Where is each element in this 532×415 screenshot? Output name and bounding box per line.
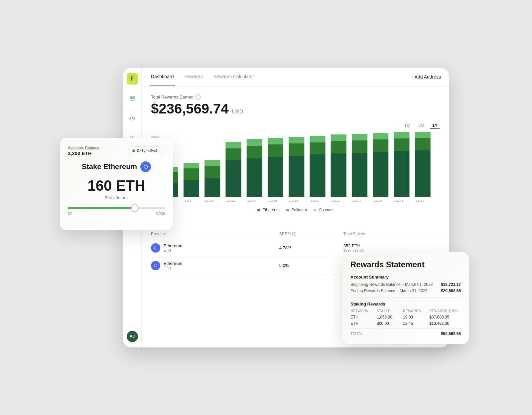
protocol-cell-1: ⬡ Ethereum ETH	[151, 243, 279, 253]
svg-rect-22	[247, 139, 262, 146]
legend-cosmos: Cosmos	[314, 208, 333, 212]
svg-rect-30	[310, 142, 325, 154]
stack-icon[interactable]	[126, 93, 138, 104]
activity-title: Activity	[151, 219, 440, 225]
validators-label: 5 Validators	[68, 195, 165, 200]
rewards-title: Rewards Statement	[350, 260, 461, 269]
svg-rect-12	[184, 168, 199, 180]
svg-rect-29	[310, 154, 325, 197]
svg-rect-41	[394, 151, 409, 197]
eth-badge: ⬡	[140, 161, 151, 172]
svg-rect-35	[352, 153, 367, 197]
filter-1y[interactable]: 1Y	[430, 122, 440, 129]
chart-legend: Ethereum Polkadot Cosmos	[151, 208, 440, 212]
svg-rect-19	[225, 142, 241, 148]
svg-rect-24	[268, 144, 283, 157]
tab-dashboard[interactable]: Dashboard	[150, 68, 175, 87]
svg-rect-25	[268, 138, 283, 144]
divider	[350, 297, 461, 298]
time-filters: 1M 6M 1Y	[151, 122, 440, 129]
svg-rect-31	[310, 136, 325, 142]
svg-rect-15	[204, 166, 220, 178]
svg-rect-16	[204, 160, 220, 166]
svg-text:11/26: 11/26	[373, 199, 382, 202]
info-icon[interactable]: i	[196, 95, 200, 100]
svg-rect-38	[373, 152, 388, 197]
svg-rect-42	[394, 138, 409, 151]
tab-rewards[interactable]: Rewards	[183, 68, 204, 87]
svg-rect-18	[225, 148, 241, 160]
svg-text:11/20: 11/20	[310, 199, 320, 202]
svg-text:11/18: 11/18	[289, 199, 298, 202]
filter-6m[interactable]: 6M	[416, 122, 426, 129]
top-nav: Dashboard Rewards Rewards Calculator + A…	[142, 68, 449, 87]
svg-text:11/8: 11/8	[184, 199, 192, 202]
staking-rewards-title: Staking Rewards	[350, 302, 461, 307]
address-badge[interactable]: 0z1y2×3w4...	[128, 146, 165, 155]
svg-rect-23	[268, 157, 283, 197]
stake-title: Stake Ethereum ⬡	[68, 161, 165, 172]
svg-rect-46	[415, 132, 431, 138]
staking-total: TOTAL $50,562.65	[350, 328, 461, 336]
svg-text:11/28: 11/28	[394, 199, 404, 202]
srr-info-icon[interactable]: i	[292, 232, 296, 236]
total-currency: USD	[232, 109, 243, 115]
svg-text:11/16: 11/16	[268, 199, 277, 202]
rewards-row-beginning: Beginning Rewards Balance – March 01, 20…	[350, 282, 461, 287]
avatar[interactable]: AJ	[127, 331, 138, 342]
svg-rect-45	[415, 138, 431, 150]
eth-icon-1: ⬡	[151, 243, 160, 253]
staking-row-1: ETH 1,056.00 19.03 $37,080.35	[350, 315, 461, 319]
svg-text:11/24: 11/24	[352, 199, 361, 202]
svg-rect-17	[225, 160, 241, 197]
stake-card: Available Balance: 3,200 ETH 0z1y2×3w4..…	[60, 138, 173, 230]
table-header: Protocol SRR% i Total Staked	[151, 229, 440, 239]
svg-rect-32	[331, 153, 346, 197]
slider-thumb[interactable]	[131, 204, 138, 212]
svg-rect-28	[289, 137, 304, 143]
legend-ethereum: Ethereum	[257, 208, 280, 212]
slider-container: 32 3,200	[68, 207, 165, 222]
filter-1m[interactable]: 1M	[402, 122, 412, 129]
code-icon[interactable]	[126, 112, 138, 124]
svg-rect-44	[415, 150, 431, 197]
svg-rect-21	[247, 146, 262, 158]
svg-rect-20	[247, 158, 262, 197]
svg-text:11/14: 11/14	[247, 199, 256, 202]
svg-rect-37	[352, 134, 367, 140]
svg-line-3	[132, 116, 133, 120]
legend-polkadot: Polkadot	[286, 208, 307, 212]
slider-labels: 32 3,200	[68, 212, 165, 216]
svg-text:11/30: 11/30	[415, 199, 425, 202]
svg-rect-2	[130, 100, 135, 101]
staking-rewards-header: Network Staked Rewards Rewards $USD	[350, 309, 461, 313]
total-value: $236,569.74 USD	[151, 101, 440, 117]
addr-dot	[132, 149, 135, 152]
svg-rect-36	[352, 140, 367, 153]
chart-section: 1M 6M 1Y $500 5K $40...	[151, 122, 440, 212]
svg-rect-11	[184, 180, 199, 197]
slider-track[interactable]	[68, 207, 165, 209]
protocol-cell-2: ⬡ Ethereum ETH	[151, 261, 279, 270]
total-amount: $236,569.74	[151, 101, 229, 117]
staking-row-2: ETH 800.00 12.45 $13,482.30	[350, 321, 461, 326]
svg-rect-26	[289, 156, 304, 197]
svg-rect-1	[130, 98, 135, 99]
svg-rect-13	[184, 163, 199, 168]
eth-icon-2: ⬡	[151, 261, 160, 270]
svg-rect-43	[394, 132, 409, 138]
svg-rect-14	[204, 178, 220, 197]
svg-rect-40	[373, 133, 388, 139]
stake-card-header: Available Balance: 3,200 ETH 0z1y2×3w4..…	[68, 146, 165, 156]
svg-rect-34	[331, 134, 346, 141]
svg-rect-0	[130, 97, 135, 98]
slider-fill	[68, 207, 134, 209]
sidebar-logo[interactable]: F	[127, 73, 138, 85]
rewards-row-ending: Ending Rewards Balance – March 31, 2023 …	[350, 289, 461, 293]
tab-rewards-calculator[interactable]: Rewards Calculator	[212, 68, 255, 87]
stake-amount: 160 ETH	[68, 177, 165, 194]
svg-rect-27	[289, 143, 304, 156]
add-address-button[interactable]: + Add Address	[411, 74, 441, 80]
bar-chart: $500 5K $40...	[151, 132, 440, 205]
account-summary-title: Account Summary	[350, 275, 461, 280]
